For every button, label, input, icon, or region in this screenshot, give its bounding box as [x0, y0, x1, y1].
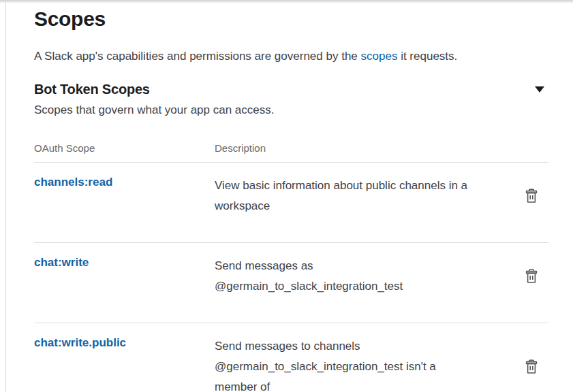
row-actions [525, 188, 548, 204]
intro-paragraph: A Slack app's capabilities and permissio… [34, 49, 548, 64]
section-subtitle: Scopes that govern what your app can acc… [34, 103, 548, 117]
trash-icon [525, 268, 538, 284]
bot-token-scopes-header: Bot Token Scopes [34, 82, 548, 97]
delete-scope-button[interactable] [525, 188, 538, 204]
scope-name: chat:write [34, 256, 215, 270]
intro-text-before: A Slack app's capabilities and permissio… [34, 50, 361, 63]
sidebar-divider [5, 0, 6, 392]
oauth-scopes-table: OAuth Scope Description channels:read Vi… [34, 142, 548, 392]
column-header-description: Description [215, 142, 474, 154]
section-title: Bot Token Scopes [34, 82, 150, 97]
scope-description: Send messages to channels @germain_to_sl… [215, 336, 474, 392]
scope-row: chat:write.public Send messages to chann… [34, 323, 548, 392]
intro-text-after: it requests. [397, 50, 457, 63]
scope-description: View basic information about public chan… [215, 176, 474, 216]
scope-description: Send messages as @germain_to_slack_integ… [215, 256, 474, 297]
delete-scope-button[interactable] [525, 268, 538, 284]
column-header-actions [474, 142, 548, 154]
row-actions [525, 359, 548, 375]
scope-link[interactable]: channels:read [34, 176, 112, 189]
trash-icon [525, 359, 538, 375]
scope-row: channels:read View basic information abo… [34, 163, 548, 243]
trash-icon [525, 188, 538, 204]
scope-link[interactable]: chat:write.public [34, 336, 126, 349]
row-actions [525, 268, 548, 284]
page-title: Scopes [34, 7, 548, 31]
scopes-doc-link[interactable]: scopes [361, 50, 398, 63]
delete-scope-button[interactable] [525, 359, 538, 375]
scope-name: channels:read [34, 176, 215, 189]
scopes-panel: Scopes A Slack app's capabilities and pe… [34, 0, 548, 392]
column-header-scope: OAuth Scope [34, 142, 215, 154]
scope-row: chat:write Send messages as @germain_to_… [34, 243, 548, 323]
scope-link[interactable]: chat:write [34, 256, 89, 269]
scope-name: chat:write.public [34, 336, 215, 350]
caret-down-icon[interactable] [535, 86, 544, 93]
table-header-row: OAuth Scope Description [34, 142, 548, 163]
